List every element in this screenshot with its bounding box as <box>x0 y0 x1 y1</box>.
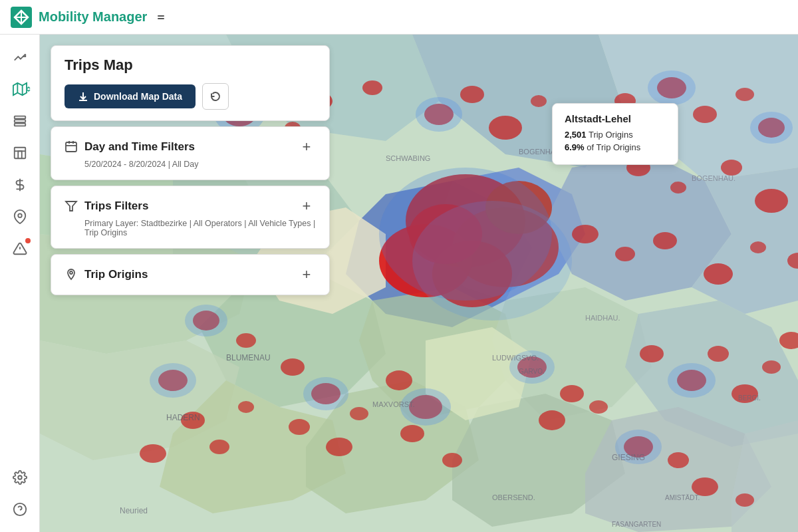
svg-rect-8 <box>14 120 25 122</box>
trips-filter-title: Trips Filters <box>84 200 148 213</box>
header-chevron-button[interactable] <box>155 13 167 22</box>
svg-point-69 <box>572 225 598 243</box>
svg-text:AMISTÄDT.: AMISTÄDT. <box>665 494 700 501</box>
svg-text:OBERSEND.: OBERSEND. <box>492 493 535 501</box>
svg-point-56 <box>460 86 484 103</box>
svg-point-72 <box>704 263 733 285</box>
chart-icon <box>13 50 27 65</box>
header: Mobility Manager <box>0 0 798 35</box>
svg-point-100 <box>640 345 664 362</box>
list-icon <box>13 114 27 128</box>
trips-map-title: Trips Map <box>65 57 316 74</box>
settings-icon <box>13 470 27 485</box>
reset-icon <box>209 90 221 102</box>
trip-origins-add-button[interactable]: + <box>297 265 316 284</box>
svg-point-15 <box>18 475 22 479</box>
tooltip-trip-origins-count: 2,501 Trip Origins <box>565 130 666 140</box>
trips-map-actions: Download Map Data <box>65 83 316 110</box>
svg-point-142 <box>70 271 72 274</box>
app-title: Mobility Manager <box>39 9 147 25</box>
app-logo-icon <box>11 7 32 28</box>
svg-point-81 <box>236 333 256 348</box>
svg-point-99 <box>589 400 608 414</box>
svg-text:SCHWABING: SCHWABING <box>386 154 430 162</box>
svg-point-112 <box>303 377 348 410</box>
svg-text:BERGI.: BERGI. <box>738 394 761 402</box>
sidebar-item-settings[interactable] <box>5 463 35 492</box>
svg-text:HADERN: HADERN <box>166 413 200 422</box>
svg-point-84 <box>209 440 229 454</box>
svg-text:GARVO.: GARVO. <box>519 368 545 375</box>
sidebar-item-list[interactable] <box>5 106 35 136</box>
sidebar-bottom <box>5 463 35 524</box>
sidebar-item-analytics[interactable] <box>5 43 35 72</box>
svg-point-95 <box>442 453 462 467</box>
svg-point-71 <box>653 232 677 249</box>
tooltip-trip-origins-pct: 6.9% of Trip Origins <box>565 142 666 152</box>
svg-point-109 <box>735 493 754 507</box>
svg-point-85 <box>238 401 254 413</box>
svg-point-102 <box>708 346 729 362</box>
svg-rect-7 <box>14 116 25 119</box>
sidebar-item-buildings[interactable] <box>5 138 35 168</box>
svg-text:HAIDHAU.: HAIDHAU. <box>585 314 620 322</box>
trips-filter-panel: Trips Filters + Primary Layer: Stadtbezi… <box>51 186 330 249</box>
day-time-filter-add-button[interactable]: + <box>297 138 316 156</box>
sidebar-item-finance[interactable] <box>5 170 35 200</box>
svg-point-12 <box>18 213 22 217</box>
svg-marker-141 <box>66 201 76 211</box>
help-icon <box>13 502 27 517</box>
svg-point-53 <box>362 80 382 95</box>
alert-icon <box>13 241 27 256</box>
filter-icon <box>65 200 78 213</box>
expand-icon <box>25 86 32 92</box>
svg-rect-9 <box>14 124 25 126</box>
svg-point-111 <box>150 363 196 398</box>
trips-filter-add-button[interactable]: + <box>297 197 316 215</box>
svg-point-62 <box>693 106 717 123</box>
svg-text:LUDWIGSVO.: LUDWIGSVO. <box>492 354 539 362</box>
svg-point-97 <box>560 385 584 402</box>
download-map-data-button[interactable]: Download Map Data <box>65 84 196 108</box>
svg-point-108 <box>692 477 718 496</box>
svg-point-57 <box>489 116 522 140</box>
svg-point-79 <box>750 112 793 144</box>
svg-point-63 <box>735 88 754 101</box>
svg-point-78 <box>648 70 696 105</box>
trips-map-panel: Trips Map Download Map Data <box>51 45 330 121</box>
svg-text:BOGENHAU.: BOGENHAU. <box>692 174 735 182</box>
svg-point-73 <box>750 241 766 253</box>
logo: Mobility Manager <box>11 7 147 28</box>
trip-origins-icon <box>65 268 78 281</box>
location-icon <box>13 209 27 224</box>
building-icon <box>13 146 27 160</box>
trip-origins-panel: Trip Origins + <box>51 254 330 295</box>
reset-map-button[interactable] <box>202 83 229 110</box>
svg-text:Neuried: Neuried <box>120 506 148 515</box>
trips-filter-subtitle: Primary Layer: Stadtbezirke | All Operat… <box>65 219 316 237</box>
svg-point-92 <box>386 370 412 390</box>
svg-point-66 <box>670 182 686 194</box>
svg-rect-10 <box>14 148 25 159</box>
svg-point-68 <box>755 189 788 213</box>
svg-text:BLUMENAU: BLUMENAU <box>226 353 271 362</box>
sidebar-item-map[interactable] <box>5 74 35 104</box>
sidebar <box>0 35 40 532</box>
day-time-filter-panel: Day and Time Filters + 5/20/2024 - 8/20/… <box>51 126 330 180</box>
svg-point-104 <box>762 360 781 374</box>
tooltip-location-name: Altstadt-Lehel <box>565 113 666 124</box>
alert-dot <box>25 238 31 243</box>
sidebar-item-alerts[interactable] <box>5 234 35 263</box>
day-time-filter-subtitle: 5/20/2024 - 8/20/2024 | All Day <box>65 160 316 169</box>
download-icon <box>78 91 88 102</box>
sidebar-item-help[interactable] <box>5 495 35 524</box>
panels-container: Trips Map Download Map Data <box>51 45 330 295</box>
svg-point-115 <box>668 363 716 398</box>
svg-text:GIESING: GIESING <box>612 453 645 462</box>
svg-point-67 <box>721 160 742 176</box>
svg-point-49 <box>412 201 572 321</box>
svg-text:FASANGARTEN: FASANGARTEN <box>612 521 661 528</box>
svg-point-87 <box>281 358 305 376</box>
svg-point-107 <box>668 452 689 468</box>
sidebar-item-locations[interactable] <box>5 202 35 231</box>
